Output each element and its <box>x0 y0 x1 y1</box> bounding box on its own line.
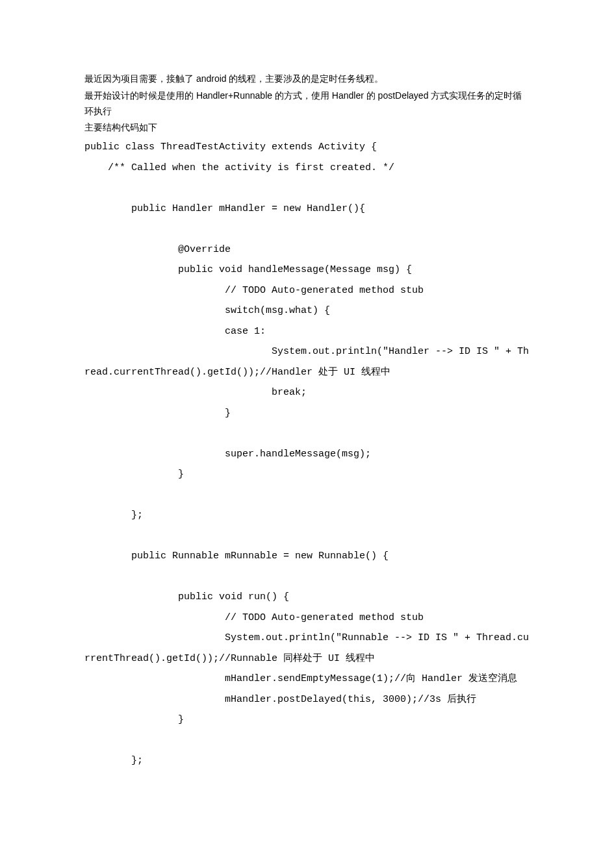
paragraph-3: 主要结构代码如下 <box>84 120 530 136</box>
code-block: public class ThreadTestActivity extends … <box>84 137 530 771</box>
document-page: 最近因为项目需要，接触了 android 的线程，主要涉及的是定时任务线程。 最… <box>0 0 614 836</box>
paragraph-1: 最近因为项目需要，接触了 android 的线程，主要涉及的是定时任务线程。 <box>84 71 530 87</box>
paragraph-2: 最开始设计的时候是使用的 Handler+Runnable 的方式，使用 Han… <box>84 88 530 119</box>
